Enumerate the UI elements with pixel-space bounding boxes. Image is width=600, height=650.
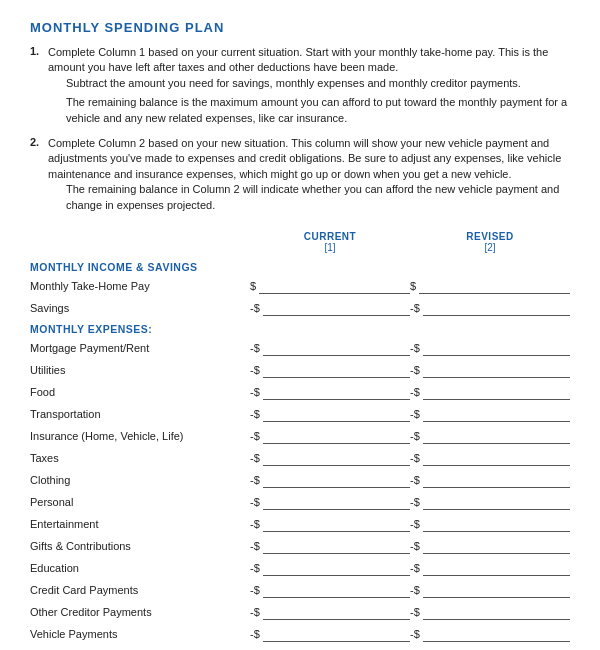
label-food: Food: [30, 386, 250, 398]
neg-dollar: -$: [250, 430, 260, 442]
revised-vehicle-payments-input[interactable]: [423, 626, 570, 642]
instruction-1-p1: Complete Column 1 based on your current …: [48, 45, 570, 76]
neg-dollar: -$: [410, 540, 420, 552]
label-utilities: Utilities: [30, 364, 250, 376]
input-revised-savings[interactable]: -$: [410, 300, 570, 316]
revised-insurance-input[interactable]: [423, 428, 570, 444]
neg-dollar: -$: [250, 474, 260, 486]
current-credit-card-input[interactable]: [263, 582, 410, 598]
section-income-savings-header: Monthly Income & Savings: [30, 257, 570, 275]
neg-dollar: -$: [250, 562, 260, 574]
neg-dollar: -$: [250, 408, 260, 420]
neg-dollar: -$: [410, 408, 420, 420]
revised-personal-input[interactable]: [423, 494, 570, 510]
current-take-home-pay-input[interactable]: [259, 278, 410, 294]
row-food: Food -$ -$: [30, 381, 570, 403]
page-title: Monthly Spending Plan: [30, 20, 570, 35]
label-take-home-pay: Monthly Take-Home Pay: [30, 280, 250, 292]
row-insurance: Insurance (Home, Vehicle, Life) -$ -$: [30, 425, 570, 447]
revised-credit-card-input[interactable]: [423, 582, 570, 598]
row-entertainment: Entertainment -$ -$: [30, 513, 570, 535]
current-vehicle-payments-input[interactable]: [263, 626, 410, 642]
neg-dollar: -$: [250, 452, 260, 464]
row-credit-card: Credit Card Payments -$ -$: [30, 579, 570, 601]
neg-dollar: -$: [410, 496, 420, 508]
revised-other-creditor-input[interactable]: [423, 604, 570, 620]
revised-education-input[interactable]: [423, 560, 570, 576]
instruction-1: 1. Complete Column 1 based on your curre…: [30, 45, 570, 130]
label-other-creditor: Other Creditor Payments: [30, 606, 250, 618]
revised-gifts-input[interactable]: [423, 538, 570, 554]
instruction-1-number: 1.: [30, 45, 42, 130]
neg-dollar: -$: [410, 606, 420, 618]
revised-transportation-input[interactable]: [423, 406, 570, 422]
label-education: Education: [30, 562, 250, 574]
row-taxes: Taxes -$ -$: [30, 447, 570, 469]
label-taxes: Taxes: [30, 452, 250, 464]
current-personal-input[interactable]: [263, 494, 410, 510]
row-personal: Personal -$ -$: [30, 491, 570, 513]
current-taxes-input[interactable]: [263, 450, 410, 466]
revised-food-input[interactable]: [423, 384, 570, 400]
instruction-2-p1: Complete Column 2 based on your new situ…: [48, 136, 570, 182]
revised-column-header: Revised [2]: [410, 231, 570, 253]
current-other-creditor-input[interactable]: [263, 604, 410, 620]
current-entertainment-input[interactable]: [263, 516, 410, 532]
neg-dollar: -$: [410, 474, 420, 486]
label-insurance: Insurance (Home, Vehicle, Life): [30, 430, 250, 442]
revised-utilities-input[interactable]: [423, 362, 570, 378]
current-savings-input[interactable]: [263, 300, 410, 316]
spending-table: Current [1] Revised [2] Monthly Income &…: [30, 231, 570, 645]
section-monthly-expenses-header: Monthly Expenses:: [30, 319, 570, 337]
current-food-input[interactable]: [263, 384, 410, 400]
revised-savings-input[interactable]: [423, 300, 570, 316]
neg-dollar: -$: [250, 518, 260, 530]
neg-dollar: -$: [410, 452, 420, 464]
table-header: Current [1] Revised [2]: [30, 231, 570, 253]
row-other-creditor: Other Creditor Payments -$ -$: [30, 601, 570, 623]
current-utilities-input[interactable]: [263, 362, 410, 378]
neg-dollar: -$: [410, 518, 420, 530]
current-education-input[interactable]: [263, 560, 410, 576]
label-transportation: Transportation: [30, 408, 250, 420]
revised-taxes-input[interactable]: [423, 450, 570, 466]
revised-entertainment-input[interactable]: [423, 516, 570, 532]
input-current-savings[interactable]: -$: [250, 300, 410, 316]
current-mortgage-input[interactable]: [263, 340, 410, 356]
current-clothing-input[interactable]: [263, 472, 410, 488]
input-current-take-home-pay[interactable]: $: [250, 278, 410, 294]
label-personal: Personal: [30, 496, 250, 508]
dollar-sign: $: [410, 280, 416, 292]
neg-dollar: -$: [410, 386, 420, 398]
instruction-2: 2. Complete Column 2 based on your new s…: [30, 136, 570, 217]
dollar-sign: $: [250, 280, 256, 292]
label-mortgage: Mortgage Payment/Rent: [30, 342, 250, 354]
current-gifts-input[interactable]: [263, 538, 410, 554]
row-transportation: Transportation -$ -$: [30, 403, 570, 425]
neg-dollar: -$: [250, 342, 260, 354]
row-savings: Savings -$ -$: [30, 297, 570, 319]
neg-dollar: -$: [410, 628, 420, 640]
revised-mortgage-input[interactable]: [423, 340, 570, 356]
negative-dollar-sign: -$: [250, 302, 260, 314]
instruction-1-p3: The remaining balance is the maximum amo…: [66, 95, 570, 126]
neg-dollar: -$: [250, 606, 260, 618]
input-revised-take-home-pay[interactable]: $: [410, 278, 570, 294]
neg-dollar: -$: [250, 364, 260, 376]
neg-dollar: -$: [250, 540, 260, 552]
neg-dollar: -$: [250, 386, 260, 398]
current-insurance-input[interactable]: [263, 428, 410, 444]
label-vehicle-payments: Vehicle Payments: [30, 628, 250, 640]
row-mortgage: Mortgage Payment/Rent -$ -$: [30, 337, 570, 359]
instructions-section: 1. Complete Column 1 based on your curre…: [30, 45, 570, 217]
revised-take-home-pay-input[interactable]: [419, 278, 570, 294]
row-utilities: Utilities -$ -$: [30, 359, 570, 381]
label-gifts: Gifts & Contributions: [30, 540, 250, 552]
instruction-2-number: 2.: [30, 136, 42, 217]
current-transportation-input[interactable]: [263, 406, 410, 422]
label-entertainment: Entertainment: [30, 518, 250, 530]
revised-clothing-input[interactable]: [423, 472, 570, 488]
row-vehicle-payments: Vehicle Payments -$ -$: [30, 623, 570, 645]
instruction-2-p2: The remaining balance in Column 2 will i…: [66, 182, 570, 213]
row-education: Education -$ -$: [30, 557, 570, 579]
